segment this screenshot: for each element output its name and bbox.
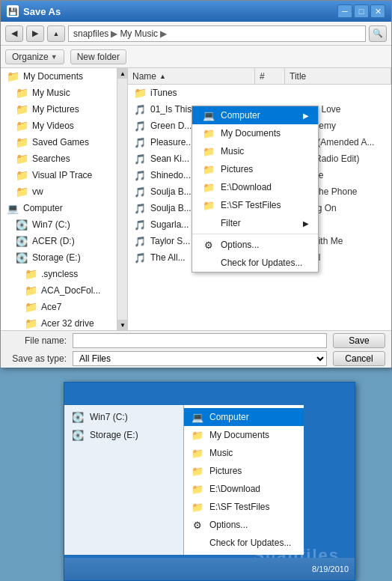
lower-item-label: Win7 (C:)	[90, 412, 128, 422]
sidebar-item[interactable]: 📁 Visual IP Trace	[1, 167, 127, 183]
sidebar-item[interactable]: 📁 My Videos	[1, 118, 127, 134]
sidebar-item[interactable]: 💽 Win7 (C:)	[1, 216, 127, 233]
sidebar-item[interactable]: 📁 Ace7	[1, 299, 127, 315]
scroll-down-button[interactable]: ▼	[117, 320, 128, 330]
sidebar-item[interactable]: 📁 ACA_DocFol...	[1, 282, 127, 299]
sidebar-icon: 📁	[14, 120, 29, 132]
sidebar-item[interactable]: 💽 Storage (E:)	[1, 249, 127, 266]
lower-right-panel: 💻 Computer 📁 My Documents 📁 Music 📁 Pict…	[184, 405, 304, 555]
ctx-item-icon: 📁	[201, 181, 216, 193]
ctx-menu-item[interactable]: 💻 Computer	[192, 106, 318, 124]
lower-right-icon: 📁	[190, 465, 205, 477]
sidebar-label: Ace7	[41, 302, 61, 312]
sidebar-item[interactable]: 📁 Acer 32 drive	[1, 315, 127, 330]
sidebar-icon: 💻	[5, 202, 20, 214]
lower-right-item[interactable]: 📁 Music	[184, 444, 304, 462]
file-icon: 📁	[132, 87, 147, 99]
sidebar-label: .syncless	[41, 269, 78, 279]
cancel-button[interactable]: Cancel	[333, 351, 385, 366]
lower-left-item[interactable]: 💽 Win7 (C:)	[64, 408, 183, 426]
lower-right-item[interactable]: 📁 E:\Download	[184, 480, 304, 498]
ctx-item-icon: 📁	[201, 163, 216, 175]
sidebar-label: Storage (E:)	[32, 252, 81, 263]
lower-right-label: Music	[209, 448, 233, 458]
ctx-menu-item[interactable]: 📁 E:\SF TestFiles	[192, 196, 318, 214]
up-button[interactable]: ▲	[47, 25, 65, 42]
sidebar-item[interactable]: 📁 .syncless	[1, 266, 127, 282]
ctx-item-label: Filter	[221, 218, 241, 228]
lower-right-item[interactable]: 📁 My Documents	[184, 426, 304, 444]
sidebar-label: ACA_DocFol...	[41, 285, 100, 296]
ctx-menu-item[interactable]: Filter	[192, 214, 318, 232]
sidebar-item[interactable]: 📁 vw	[1, 183, 127, 200]
sidebar-item[interactable]: 💻 Computer	[1, 200, 127, 216]
scroll-up-button[interactable]: ▲	[117, 68, 128, 79]
ctx-menu-item[interactable]: 📁 Music	[192, 142, 318, 160]
new-folder-button[interactable]: New folder	[70, 49, 126, 64]
file-name: iTunes	[150, 88, 263, 98]
lower-right-item[interactable]: 💻 Computer	[184, 408, 304, 426]
sidebar-item[interactable]: 💽 ACER (D:)	[1, 233, 127, 249]
taskbar-time: 8/19/2010	[312, 565, 349, 574]
lower-right-label: Pictures	[209, 466, 242, 476]
lower-right-label: E:\SF TestFiles	[209, 502, 269, 512]
sidebar-label: Saved Games	[32, 137, 89, 147]
sidebar-item[interactable]: 📁 My Documents	[1, 68, 127, 85]
ctx-item-label: E:\SF TestFiles	[221, 200, 281, 210]
ctx-menu-item[interactable]: 📁 My Documents	[192, 124, 318, 142]
lower-popup: 💽 Win7 (C:) 💽 Storage (E:) 💻 Computer 📁 …	[64, 405, 304, 555]
filename-input[interactable]	[73, 333, 327, 348]
filetype-select[interactable]: All Files	[73, 351, 327, 366]
lower-section: 💽 Win7 (C:) 💽 Storage (E:) 💻 Computer 📁 …	[64, 382, 355, 581]
sidebar-label: ACER (D:)	[32, 236, 75, 246]
lower-right-label: My Documents	[209, 430, 269, 440]
ctx-menu-item[interactable]: 📁 Pictures	[192, 160, 318, 178]
sidebar-label: My Documents	[23, 71, 83, 82]
ctx-item-label: Computer	[221, 110, 260, 121]
sidebar-icon: 📁	[14, 153, 29, 165]
sidebar-item[interactable]: 📁 My Pictures	[1, 101, 127, 118]
back-button[interactable]: ◀	[5, 25, 23, 42]
sidebar-scrollbar[interactable]: ▲ ▼	[117, 68, 127, 330]
close-button[interactable]: ✕	[370, 4, 385, 18]
lower-item-icon: 💽	[70, 429, 85, 441]
lower-right-item[interactable]: 📁 E:\SF TestFiles	[184, 498, 304, 516]
sidebar-item[interactable]: 📁 My Music	[1, 85, 127, 101]
lower-right-icon: 📁	[190, 483, 205, 495]
lower-left-item[interactable]: 💽 Storage (E:)	[64, 426, 183, 444]
maximize-button[interactable]: □	[354, 4, 369, 18]
file-item[interactable]: 📁 iTunes	[128, 85, 391, 101]
sidebar-icon: 📁	[14, 103, 29, 115]
dialog-title: Save As	[23, 6, 337, 17]
organize-arrow-icon: ▼	[51, 53, 58, 61]
ctx-menu-item[interactable]: Check for Updates...	[192, 254, 318, 272]
sidebar-item[interactable]: 📁 Saved Games	[1, 134, 127, 150]
col-number[interactable]: #	[255, 68, 285, 84]
ctx-item-icon: 📁	[201, 127, 216, 139]
sidebar-icon: 📁	[23, 317, 38, 329]
col-number-label: #	[260, 71, 265, 82]
lower-right-item[interactable]: 📁 Pictures	[184, 462, 304, 480]
ctx-menu-item[interactable]: 📁 E:\Download	[192, 178, 318, 196]
forward-button[interactable]: ▶	[26, 25, 44, 42]
dialog-bottom: File name: Save Save as type: All Files …	[1, 330, 391, 368]
address-path[interactable]: snapfiles ▶ My Music ▶	[68, 25, 366, 42]
new-folder-label: New folder	[77, 52, 120, 62]
save-button[interactable]: Save	[333, 333, 385, 348]
filetype-row: Save as type: All Files Cancel	[7, 351, 385, 366]
ctx-item-label: Check for Updates...	[221, 258, 302, 268]
address-bar: ◀ ▶ ▲ snapfiles ▶ My Music ▶ 🔍	[1, 22, 391, 46]
lower-right-icon: 📁	[190, 501, 205, 513]
ctx-menu-item[interactable]: ⚙ Options...	[192, 236, 318, 254]
path-separator1: ▶	[111, 28, 117, 39]
col-title[interactable]: Title	[285, 68, 391, 84]
col-name[interactable]: Name ▲	[128, 68, 255, 84]
sidebar-label: vw	[32, 186, 43, 197]
lower-right-item[interactable]: ⚙ Options...	[184, 516, 304, 534]
search-button[interactable]: 🔍	[369, 25, 387, 42]
minimize-button[interactable]: ─	[337, 4, 352, 18]
toolbar: Organize ▼ New folder	[1, 46, 391, 68]
organize-button[interactable]: Organize ▼	[5, 49, 64, 64]
sidebar-item[interactable]: 📁 Searches	[1, 150, 127, 167]
organize-label: Organize	[12, 52, 49, 62]
